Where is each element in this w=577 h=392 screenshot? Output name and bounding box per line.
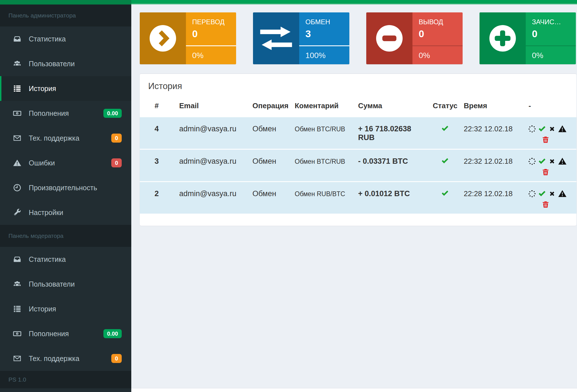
minus-circle-icon	[366, 12, 412, 64]
stat-card-title: ЗАЧИС…	[532, 18, 572, 26]
menu-badge: 0.00	[103, 109, 122, 118]
table-row: 4admin@vasya.ruОбменОбмен BTC/RUB+ 16 71…	[140, 117, 576, 149]
status-ok-check-icon	[441, 158, 449, 166]
content: ПЕРЕВОД00%ОБМЕН3100%ВЫВОД00%ЗАЧИС…00% Ис…	[131, 5, 577, 388]
stat-card-divider	[299, 45, 349, 46]
column-header: -	[523, 99, 576, 117]
column-header: Операция	[247, 99, 289, 117]
stat-card-title: ПЕРЕВОД	[192, 18, 233, 26]
trash-icon[interactable]	[542, 168, 549, 176]
sidebar-item-deposits-mod[interactable]: Пополнения0.00	[0, 321, 131, 346]
stat-card-title: ВЫВОД	[419, 18, 459, 26]
money-icon	[12, 109, 22, 118]
row-actions	[523, 182, 576, 214]
check-icon[interactable]	[538, 157, 546, 165]
sidebar-item-label: История	[29, 85, 56, 93]
row-actions	[523, 117, 576, 149]
row-id: 2	[140, 182, 174, 214]
table-row: 3admin@vasya.ruОбменОбмен BTC/RUB- 0.033…	[140, 149, 576, 182]
sidebar-item-support[interactable]: Тех. поддержка0	[0, 126, 131, 150]
history-table: #EmailОперацияКоментарийСуммаСтатусВремя…	[140, 99, 576, 214]
status-ok-check-icon	[441, 125, 449, 134]
inbox-icon	[12, 34, 22, 43]
column-header: Коментарий	[289, 99, 352, 117]
envelope-icon	[12, 354, 22, 363]
sidebar-item-users-mod[interactable]: Пользователи	[0, 272, 131, 296]
history-panel: История #EmailОперацияКоментарийСуммаСта…	[140, 74, 576, 226]
sidebar-item-history[interactable]: История	[0, 76, 131, 101]
times-icon[interactable]	[549, 158, 556, 165]
topbar	[131, 0, 577, 5]
row-amount: - 0.03371 BTC	[352, 149, 427, 182]
alert-icon[interactable]	[558, 125, 567, 133]
spinner-icon[interactable]	[529, 158, 536, 165]
list-icon	[12, 84, 22, 93]
stat-card-credit: ЗАЧИС…00%	[480, 12, 576, 64]
stat-card-title: ОБМЕН	[305, 18, 346, 26]
row-time: 22:32 12.02.18	[458, 117, 523, 149]
column-header: Статус	[427, 99, 458, 117]
stat-card-exchange: ОБМЕН3100%	[253, 12, 349, 64]
row-status	[427, 117, 458, 149]
topbar-sidebar-segment	[0, 0, 131, 5]
list-icon	[12, 304, 22, 313]
table-header-row: #EmailОперацияКоментарийСуммаСтатусВремя…	[140, 99, 576, 117]
users-icon	[12, 59, 22, 68]
spinner-icon[interactable]	[529, 190, 536, 197]
row-comment: Обмен RUB/BTC	[289, 182, 352, 214]
sidebar-item-statistics-mod[interactable]: Статистика	[0, 247, 131, 272]
sidebar-item-settings[interactable]: Настройки	[0, 200, 131, 225]
sidebar-item-label: Статистика	[29, 35, 66, 43]
wrench-icon	[12, 208, 22, 217]
stat-card-transfer: ПЕРЕВОД00%	[140, 12, 236, 64]
row-amount: + 16 718.02638 RUB	[352, 117, 427, 149]
row-status	[427, 149, 458, 182]
row-actions	[523, 149, 576, 182]
sidebar-item-label: Статистика	[29, 255, 66, 263]
row-operation: Обмен	[247, 182, 289, 214]
row-operation: Обмен	[247, 149, 289, 182]
trash-icon[interactable]	[542, 136, 549, 143]
sidebar-item-label: История	[29, 305, 56, 313]
stat-card-divider	[526, 45, 576, 46]
clock-icon	[12, 183, 22, 192]
stat-card-percent: 0%	[532, 51, 543, 60]
alert-icon[interactable]	[558, 157, 567, 165]
sidebar-item-support-mod[interactable]: Тех. поддержка0	[0, 346, 131, 371]
sidebar-item-users[interactable]: Пользователи	[0, 51, 131, 76]
sidebar-item-label: Ошибки	[29, 159, 55, 167]
spinner-icon[interactable]	[529, 125, 536, 132]
table-body: 4admin@vasya.ruОбменОбмен BTC/RUB+ 16 71…	[140, 117, 576, 214]
times-icon[interactable]	[549, 190, 556, 197]
check-icon[interactable]	[538, 190, 546, 198]
check-icon[interactable]	[538, 125, 546, 133]
row-time: 22:32 12.02.18	[458, 149, 523, 182]
chevron-circle-right-icon	[140, 12, 186, 64]
warning-icon	[12, 158, 22, 167]
times-icon[interactable]	[549, 125, 556, 132]
table-row: 2admin@vasya.ruОбменОбмен RUB/BTC+ 0.010…	[140, 182, 576, 214]
sidebar-item-label: Пользователи	[29, 60, 75, 68]
row-email: admin@vasya.ru	[174, 182, 247, 214]
trash-icon[interactable]	[542, 201, 549, 208]
menu-badge: 0	[111, 354, 122, 363]
sidebar-item-history-mod[interactable]: История	[0, 296, 131, 321]
stat-card-divider	[186, 45, 236, 46]
sidebar-item-performance[interactable]: Производительность	[0, 175, 131, 200]
sidebar-item-label: Пополнения	[29, 330, 69, 338]
plus-circle-icon	[480, 12, 526, 64]
envelope-icon	[12, 134, 22, 143]
row-email: admin@vasya.ru	[174, 117, 247, 149]
sidebar-item-statistics[interactable]: Статистика	[0, 26, 131, 51]
row-comment: Обмен BTC/RUB	[289, 117, 352, 149]
exchange-icon	[253, 12, 299, 64]
stat-card-percent: 100%	[305, 51, 326, 60]
panel-title: История	[140, 74, 576, 99]
stat-card-divider	[412, 45, 463, 46]
alert-icon[interactable]	[558, 189, 567, 198]
sidebar-item-deposits[interactable]: Пополнения0.00	[0, 101, 131, 126]
sidebar-item-errors[interactable]: Ошибки0	[0, 150, 131, 175]
users-icon	[12, 280, 22, 289]
sidebar-section-header: Панель администратора	[0, 5, 131, 26]
column-header: Сумма	[352, 99, 427, 117]
